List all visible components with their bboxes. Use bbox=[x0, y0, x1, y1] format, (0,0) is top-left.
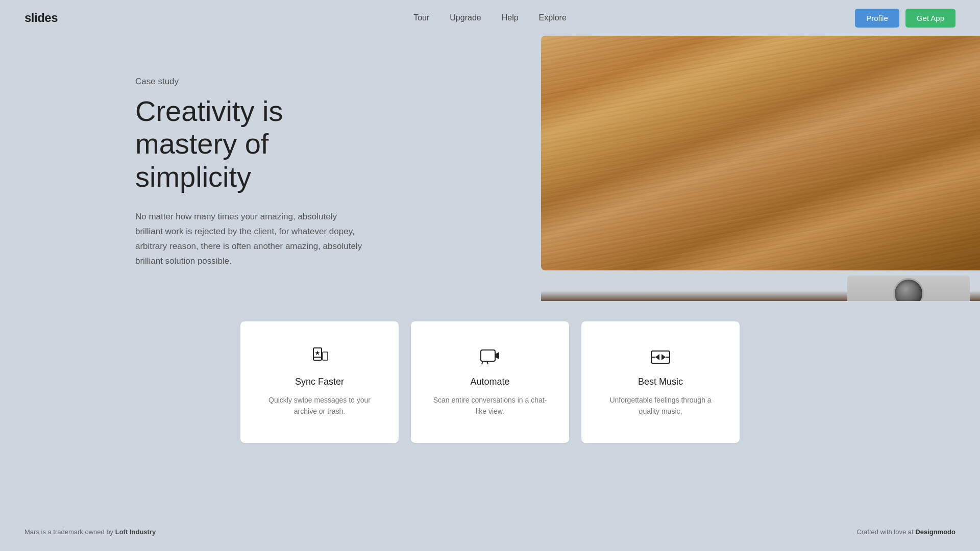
feature-card-automate: Automate Scan entire conversations in a … bbox=[411, 321, 569, 443]
sync-icon bbox=[309, 347, 330, 367]
feature-card-sync: Sync Faster Quickly swipe messages to yo… bbox=[240, 321, 399, 443]
nav-links: Tour Upgrade Help Explore bbox=[413, 13, 567, 22]
automate-icon bbox=[480, 347, 500, 367]
feature-card-music: Best Music Unforgettable feelings throug… bbox=[581, 321, 740, 443]
brand-logo[interactable]: slides bbox=[24, 11, 58, 25]
features-section: Sync Faster Quickly swipe messages to yo… bbox=[0, 301, 980, 463]
svg-rect-7 bbox=[481, 350, 495, 361]
card-desc-sync: Quickly swipe messages to your archive o… bbox=[261, 394, 378, 417]
card-desc-music: Unforgettable feelings through a quality… bbox=[602, 394, 719, 417]
svg-marker-13 bbox=[662, 354, 666, 360]
svg-rect-2 bbox=[541, 36, 980, 270]
svg-marker-8 bbox=[495, 352, 499, 359]
nav-help[interactable]: Help bbox=[502, 13, 519, 22]
card-title-music: Best Music bbox=[638, 377, 683, 387]
speaker-grill bbox=[847, 276, 970, 301]
nav-tour[interactable]: Tour bbox=[413, 13, 429, 22]
hero-eyebrow: Case study bbox=[135, 77, 390, 87]
card-title-sync: Sync Faster bbox=[295, 377, 344, 387]
nav-upgrade[interactable]: Upgrade bbox=[450, 13, 481, 22]
svg-marker-6 bbox=[315, 350, 320, 355]
speaker-illustration bbox=[490, 36, 980, 301]
footer-right: Crafted with love at Designmodo bbox=[856, 528, 955, 536]
footer: Mars is a trademark owned by Loft Indust… bbox=[0, 513, 980, 551]
svg-rect-3 bbox=[313, 348, 322, 360]
hero-section: Case study Creativity is mastery of simp… bbox=[0, 36, 980, 301]
svg-marker-12 bbox=[655, 354, 659, 360]
get-app-button[interactable]: Get App bbox=[905, 9, 955, 28]
hero-body: No matter how many times your amazing, a… bbox=[135, 210, 365, 269]
footer-left: Mars is a trademark owned by Loft Indust… bbox=[24, 528, 156, 536]
card-title-automate: Automate bbox=[470, 377, 509, 387]
music-icon bbox=[650, 347, 671, 367]
hero-title: Creativity is mastery of simplicity bbox=[135, 95, 390, 193]
card-desc-automate: Scan entire conversations in a chat-like… bbox=[431, 394, 549, 417]
navigation: slides Tour Upgrade Help Explore Profile… bbox=[0, 0, 980, 36]
wood-body bbox=[541, 36, 980, 270]
hero-content: Case study Creativity is mastery of simp… bbox=[135, 66, 390, 269]
profile-button[interactable]: Profile bbox=[855, 9, 899, 28]
nav-explore[interactable]: Explore bbox=[539, 13, 567, 22]
nav-actions: Profile Get App bbox=[855, 9, 955, 28]
hero-image bbox=[490, 36, 980, 301]
svg-rect-5 bbox=[323, 352, 328, 360]
